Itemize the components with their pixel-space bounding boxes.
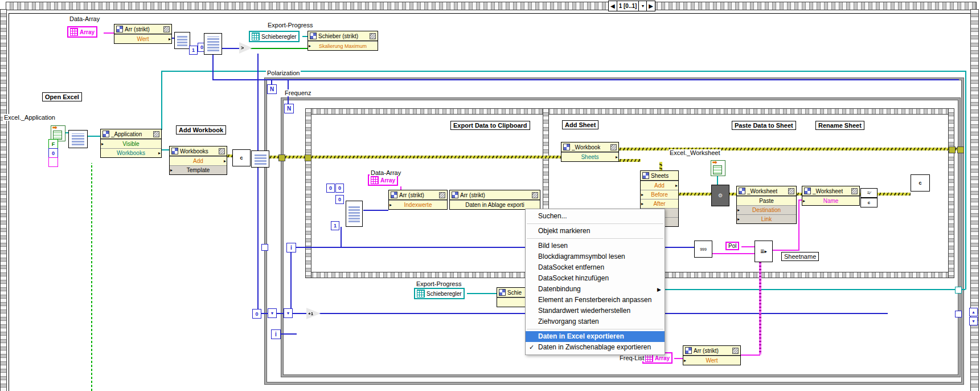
workbook-convert-icon[interactable] <box>251 150 269 168</box>
array-terminal[interactable]: Array <box>368 174 398 186</box>
property-row-skalierung-maximum[interactable]: Skalierung Maximum <box>308 41 378 50</box>
tunnel[interactable] <box>261 244 268 251</box>
tunnel[interactable] <box>949 146 956 153</box>
property-node-application[interactable]: _Application Visible Workbooks <box>100 129 162 158</box>
numeric-constant[interactable]: 0 <box>335 195 344 204</box>
sequence-dropdown-button[interactable]: ▼ <box>639 1 647 11</box>
number-to-string-icon[interactable]: 999 <box>694 241 712 258</box>
tunnel[interactable] <box>955 287 962 294</box>
automation-open-icon[interactable] <box>68 130 88 148</box>
invoke-node-arr-ablage[interactable]: Arr (strikt) Daten in Ablage exporti <box>449 190 540 210</box>
label-add-workbook: Add Workbook <box>176 125 226 135</box>
wire <box>87 136 100 137</box>
terminal-label: Array <box>380 177 395 184</box>
property-row-wert[interactable]: Wert <box>683 356 740 365</box>
sequence-frame-selector: ◀ 1 [0..1] ▼ ▶ <box>608 1 655 11</box>
node-type-icon <box>391 192 397 198</box>
property-row-name[interactable]: Name <box>802 196 859 205</box>
greater-than-node[interactable]: > <box>239 42 252 54</box>
invoke-node-worksheet[interactable]: _Worksheet Paste Destination Link <box>736 186 797 224</box>
node-type-icon <box>171 148 178 154</box>
array-terminal[interactable]: Array <box>67 26 97 38</box>
invoke-row-link[interactable]: Link <box>737 214 796 223</box>
loop-count-terminal[interactable]: N <box>284 104 294 113</box>
numeric-constant[interactable]: 0 <box>252 309 261 319</box>
property-row-indexwerte[interactable]: Indexwerte <box>389 200 447 209</box>
node-corner-icon <box>788 188 794 194</box>
format-string-icon[interactable]: ≡⁄ <box>860 188 878 198</box>
schieberegler-refnum-terminal[interactable]: Schieberegler <box>414 288 465 299</box>
invoke-row-paste[interactable]: Paste <box>737 196 796 205</box>
property-row-wert[interactable]: Wert <box>114 34 171 43</box>
close-reference-icon[interactable]: c <box>860 198 878 207</box>
menu-item-objekt-markieren[interactable]: Objekt markieren <box>526 226 665 237</box>
numeric-constant[interactable]: 0 <box>48 148 58 158</box>
close-reference-icon[interactable]: c <box>911 174 930 192</box>
string-constant-pol[interactable]: Pol <box>725 242 739 250</box>
submenu-arrow-icon: ▶ <box>657 284 661 295</box>
property-node-schieber-strikt[interactable]: Schieber (strikt) Skalierung Maximum <box>307 31 378 51</box>
tunnel[interactable] <box>957 146 964 153</box>
slider-icon <box>252 32 260 40</box>
menu-item-datenbindung[interactable]: Datenbindung ▶ <box>526 284 665 295</box>
build-array-icon[interactable] <box>346 201 363 227</box>
menu-item-suchen[interactable]: Suchen... <box>526 211 665 222</box>
property-node-worksheet[interactable]: _Worksheet Name <box>802 186 860 206</box>
invoke-row-before[interactable]: Before <box>641 190 678 199</box>
numeric-constant[interactable]: 1 <box>331 221 339 230</box>
invoke-row-add[interactable]: Add <box>641 181 678 190</box>
sequence-prev-button[interactable]: ◀ <box>609 1 617 11</box>
string-constant-empty[interactable] <box>48 157 58 167</box>
wire <box>659 162 662 171</box>
loop-count-terminal[interactable]: N <box>267 84 277 94</box>
wire <box>674 358 683 359</box>
array-size-icon[interactable] <box>204 33 222 55</box>
tunnel-down[interactable]: ▼ <box>284 308 293 318</box>
close-reference-icon[interactable]: c <box>232 149 251 166</box>
menu-item-element-anpassen[interactable]: Element an Fensterbereich anpassen <box>526 295 665 306</box>
tunnel-down[interactable]: ▼ <box>268 308 277 318</box>
property-node-arr-wert-bottom[interactable]: Arr (strikt) Wert <box>683 345 741 365</box>
invoke-row-destination[interactable]: Destination <box>737 205 796 214</box>
loop-label-frequenz: Frequenz <box>284 89 312 96</box>
excel-worksheet-refnum-icon[interactable]: ➡ <box>711 160 725 176</box>
sequence-frame-label: 1 [0..1] <box>617 1 639 11</box>
label-data-array: Data-Array <box>68 15 101 22</box>
menu-item-daten-in-excel-exportieren[interactable]: Daten in Excel exportieren <box>526 331 665 342</box>
numeric-constant[interactable]: 1 <box>189 46 198 55</box>
invoke-node-workbooks[interactable]: Workbooks Add Template <box>169 146 227 175</box>
variant-to-data-icon[interactable]: ⚙ <box>711 185 729 206</box>
inner-sequence-right <box>948 108 954 278</box>
numeric-constant[interactable]: 0 <box>326 184 335 193</box>
iteration-terminal[interactable]: i <box>286 243 296 252</box>
menu-item-bild-lesen[interactable]: Bild lesen <box>526 241 665 251</box>
property-node-arr-indexwerte[interactable]: Arr (strikt) Indexwerte <box>388 190 448 210</box>
shift-register-up[interactable]: ▲ <box>969 308 978 316</box>
property-node-arr-strikt[interactable]: Arr (strikt) Wert <box>114 24 172 44</box>
shift-register-down[interactable]: ▼ <box>969 317 978 325</box>
invoke-row-after[interactable]: After <box>641 199 678 208</box>
menu-item-standardwert[interactable]: Standardwert wiederherstellen <box>526 306 665 316</box>
menu-item-ziehvorgang[interactable]: Ziehvorgang starten <box>526 316 665 327</box>
index-array-icon[interactable] <box>174 32 190 49</box>
schieberegler-refnum-terminal[interactable]: Schieberegler <box>249 31 300 42</box>
iteration-terminal[interactable]: i <box>271 329 281 339</box>
boolean-constant[interactable]: F <box>48 139 58 149</box>
numeric-constant[interactable]: 0 <box>335 184 344 193</box>
property-node-workbook[interactable]: _Workbook Sheets <box>561 142 619 162</box>
tunnel[interactable] <box>278 154 285 161</box>
property-row-workbooks[interactable]: Workbooks <box>101 148 161 157</box>
invoke-row-daten-in-ablage[interactable]: Daten in Ablage exporti <box>450 200 540 209</box>
property-row-sheets[interactable]: Sheets <box>561 152 618 161</box>
invoke-row-template[interactable]: Template <box>170 165 227 174</box>
concatenate-strings-icon[interactable]: ≣▸ <box>755 241 773 262</box>
property-row-visible[interactable]: Visible <box>101 139 161 148</box>
menu-item-daten-in-zwischenablage[interactable]: ✓ Daten in Zwischenablage exportieren <box>526 342 665 353</box>
tunnel[interactable] <box>955 311 962 317</box>
menu-item-datasocket-entfernen[interactable]: DataSocket entfernen <box>526 262 665 273</box>
invoke-row-add[interactable]: Add <box>170 156 227 165</box>
menu-item-blockdiagrammsymbol-lesen[interactable]: Blockdiagrammsymbol lesen <box>526 251 665 262</box>
menu-item-datasocket-hinzufuegen[interactable]: DataSocket hinzufügen <box>526 273 665 284</box>
sequence-next-button[interactable]: ▶ <box>647 1 655 11</box>
tunnel[interactable] <box>305 154 311 161</box>
